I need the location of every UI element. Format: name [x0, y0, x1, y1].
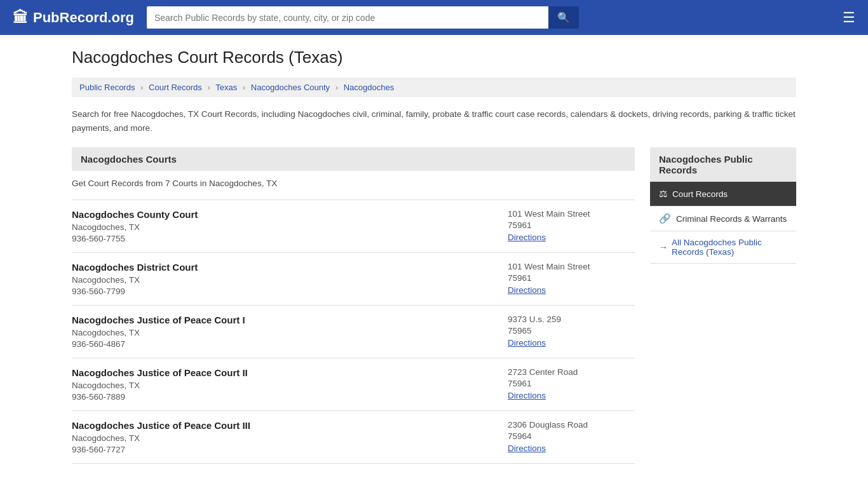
- court-left-2: Nacogdoches Justice of Peace Court I Nac…: [72, 315, 245, 349]
- sidebar-court-records-label: Court Records: [672, 189, 728, 199]
- breadcrumb-sep-4: ›: [336, 83, 338, 92]
- content-area: Nacogdoches Courts Get Court Records fro…: [72, 147, 635, 464]
- sidebar-criminal-records-label: Criminal Records & Warrants: [676, 214, 787, 224]
- logo-icon: 🏛: [13, 9, 28, 27]
- page-description: Search for free Nacogdoches, TX Court Re…: [72, 107, 796, 135]
- search-icon: 🔍: [557, 12, 570, 23]
- site-header: 🏛 PubRecord.org 🔍 ☰: [0, 0, 868, 35]
- sidebar-all-records-link[interactable]: → All Nacogdoches Public Records (Texas): [650, 231, 796, 264]
- search-button[interactable]: 🔍: [548, 6, 579, 29]
- directions-link[interactable]: Directions: [508, 444, 546, 453]
- directions-link[interactable]: Directions: [508, 391, 546, 400]
- court-phone: 936-560-7727: [72, 445, 250, 454]
- court-address: 101 West Main Street: [508, 262, 635, 271]
- court-location: Nacogdoches, TX: [72, 222, 198, 232]
- court-location: Nacogdoches, TX: [72, 381, 248, 390]
- court-records-icon: ⚖: [659, 188, 667, 200]
- table-row: Nacogdoches Justice of Peace Court II Na…: [72, 358, 635, 411]
- court-right-2: 9373 U.s. 259 75965 Directions: [508, 315, 635, 348]
- court-name: Nacogdoches Justice of Peace Court I: [72, 315, 245, 325]
- court-phone: 936-560-7799: [72, 287, 198, 296]
- menu-button[interactable]: ☰: [843, 10, 855, 26]
- hamburger-icon: ☰: [843, 10, 855, 25]
- sidebar-title: Nacogdoches Public Records: [650, 147, 796, 182]
- breadcrumb-public-records[interactable]: Public Records: [79, 83, 135, 92]
- section-description: Get Court Records from 7 Courts in Nacog…: [72, 179, 635, 188]
- table-row: Nacogdoches Justice of Peace Court I Nac…: [72, 306, 635, 358]
- court-phone: 936-560-7755: [72, 234, 198, 243]
- courts-list: Nacogdoches County Court Nacogdoches, TX…: [72, 200, 635, 464]
- court-name: Nacogdoches District Court: [72, 262, 198, 273]
- court-phone: 936-560-4867: [72, 339, 245, 349]
- court-location: Nacogdoches, TX: [72, 275, 198, 285]
- table-row: Nacogdoches District Court Nacogdoches, …: [72, 253, 635, 306]
- main-container: Nacogdoches Court Records (Texas) Public…: [53, 35, 815, 477]
- section-header: Nacogdoches Courts: [72, 147, 635, 171]
- court-right-4: 2306 Douglass Road 75964 Directions: [508, 420, 635, 453]
- court-location: Nacogdoches, TX: [72, 433, 250, 443]
- page-title: Nacogdoches Court Records (Texas): [72, 48, 796, 67]
- sidebar: Nacogdoches Public Records ⚖ Court Recor…: [650, 147, 796, 264]
- table-row: Nacogdoches Justice of Peace Court III N…: [72, 411, 635, 464]
- court-zip: 75961: [508, 220, 635, 230]
- court-zip: 75964: [508, 431, 635, 441]
- breadcrumb-texas[interactable]: Texas: [215, 83, 237, 92]
- search-input[interactable]: [147, 6, 548, 29]
- court-right-3: 2723 Center Road 75961 Directions: [508, 367, 635, 400]
- logo-text: PubRecord.org: [33, 10, 134, 26]
- directions-link[interactable]: Directions: [508, 285, 546, 295]
- criminal-records-icon: 🔗: [659, 213, 671, 224]
- breadcrumb-sep-2: ›: [207, 83, 210, 92]
- sidebar-all-records-label: All Nacogdoches Public Records (Texas): [672, 238, 787, 257]
- search-bar: 🔍: [147, 6, 579, 29]
- directions-link[interactable]: Directions: [508, 233, 546, 242]
- breadcrumb-sep-3: ›: [243, 83, 245, 92]
- breadcrumb-court-records[interactable]: Court Records: [149, 83, 202, 92]
- court-address: 2306 Douglass Road: [508, 420, 635, 430]
- breadcrumb-nacogdoches-county[interactable]: Nacogdoches County: [251, 83, 330, 92]
- court-zip: 75965: [508, 326, 635, 336]
- table-row: Nacogdoches County Court Nacogdoches, TX…: [72, 200, 635, 253]
- directions-link[interactable]: Directions: [508, 338, 546, 348]
- sidebar-item-court-records[interactable]: ⚖ Court Records: [650, 182, 796, 207]
- court-name: Nacogdoches Justice of Peace Court III: [72, 420, 250, 431]
- court-left-1: Nacogdoches District Court Nacogdoches, …: [72, 262, 198, 296]
- arrow-icon: →: [659, 242, 668, 252]
- court-name: Nacogdoches County Court: [72, 209, 198, 220]
- court-location: Nacogdoches, TX: [72, 328, 245, 337]
- court-zip: 75961: [508, 379, 635, 388]
- site-logo[interactable]: 🏛 PubRecord.org: [13, 9, 134, 27]
- main-layout: Nacogdoches Courts Get Court Records fro…: [72, 147, 796, 464]
- court-left-0: Nacogdoches County Court Nacogdoches, TX…: [72, 209, 198, 243]
- court-right-0: 101 West Main Street 75961 Directions: [508, 209, 635, 242]
- sidebar-item-criminal-records[interactable]: 🔗 Criminal Records & Warrants: [650, 207, 796, 231]
- breadcrumb-sep-1: ›: [140, 83, 143, 92]
- court-address: 9373 U.s. 259: [508, 315, 635, 324]
- court-address: 2723 Center Road: [508, 367, 635, 377]
- breadcrumb-nacogdoches[interactable]: Nacogdoches: [344, 83, 395, 92]
- court-left-3: Nacogdoches Justice of Peace Court II Na…: [72, 367, 248, 402]
- court-phone: 936-560-7889: [72, 392, 248, 402]
- court-left-4: Nacogdoches Justice of Peace Court III N…: [72, 420, 250, 454]
- court-address: 101 West Main Street: [508, 209, 635, 219]
- court-name: Nacogdoches Justice of Peace Court II: [72, 367, 248, 378]
- court-right-1: 101 West Main Street 75961 Directions: [508, 262, 635, 295]
- court-zip: 75961: [508, 273, 635, 283]
- breadcrumb: Public Records › Court Records › Texas ›…: [72, 78, 796, 97]
